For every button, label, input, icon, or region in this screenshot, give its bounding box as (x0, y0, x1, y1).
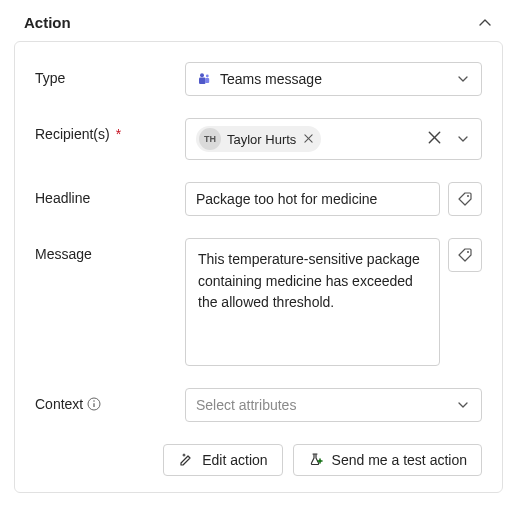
edit-icon (178, 452, 194, 468)
svg-point-9 (467, 251, 469, 253)
headline-label: Headline (35, 182, 185, 206)
close-icon (304, 134, 313, 143)
svg-point-8 (467, 195, 469, 197)
test-button-label: Send me a test action (332, 452, 467, 468)
context-row: Context Select attributes (35, 388, 482, 422)
test-action-button[interactable]: Send me a test action (293, 444, 482, 476)
type-label: Type (35, 62, 185, 86)
svg-point-12 (93, 400, 95, 402)
svg-rect-2 (199, 78, 206, 85)
section-title: Action (24, 14, 71, 31)
chevron-down-icon (457, 133, 469, 145)
context-select[interactable]: Select attributes (185, 388, 482, 422)
type-selected-text: Teams message (220, 71, 322, 87)
recipients-row: Recipient(s) * TH Taylor Hurts (35, 118, 482, 160)
message-label: Message (35, 238, 185, 262)
message-row: Message (35, 238, 482, 366)
chip-remove-button[interactable] (304, 132, 313, 146)
action-card: Type Teams message (14, 41, 503, 493)
recipients-input[interactable]: TH Taylor Hurts (185, 118, 482, 160)
svg-point-0 (200, 73, 204, 77)
type-row: Type Teams message (35, 62, 482, 96)
headline-tag-button[interactable] (448, 182, 482, 216)
headline-row: Headline (35, 182, 482, 216)
recipients-label: Recipient(s) * (35, 118, 185, 142)
context-label-text: Context (35, 396, 83, 412)
avatar: TH (199, 128, 221, 150)
context-label: Context (35, 388, 185, 412)
svg-point-1 (206, 75, 209, 78)
message-input[interactable] (185, 238, 440, 366)
button-row: Edit action Send me a test action (35, 444, 482, 476)
recipient-chip: TH Taylor Hurts (196, 126, 321, 152)
clear-recipients-button[interactable] (428, 131, 441, 147)
chevron-up-icon (478, 16, 492, 30)
info-icon[interactable] (87, 397, 101, 411)
context-placeholder: Select attributes (196, 397, 296, 413)
chevron-down-icon (455, 397, 471, 413)
close-icon (428, 131, 441, 144)
tag-icon (457, 191, 473, 207)
type-select[interactable]: Teams message (185, 62, 482, 96)
edit-action-button[interactable]: Edit action (163, 444, 282, 476)
recipients-label-text: Recipient(s) (35, 126, 110, 142)
test-icon (308, 452, 324, 468)
section-header: Action (0, 0, 517, 41)
svg-rect-3 (205, 78, 209, 83)
recipient-name: Taylor Hurts (227, 132, 296, 147)
chevron-down-icon (455, 71, 471, 87)
collapse-toggle[interactable] (477, 15, 493, 31)
recipients-dropdown-button[interactable] (455, 131, 471, 147)
message-tag-button[interactable] (448, 238, 482, 272)
teams-icon (196, 71, 212, 87)
edit-button-label: Edit action (202, 452, 267, 468)
headline-input[interactable] (185, 182, 440, 216)
tag-icon (457, 247, 473, 263)
required-indicator: * (116, 126, 121, 142)
